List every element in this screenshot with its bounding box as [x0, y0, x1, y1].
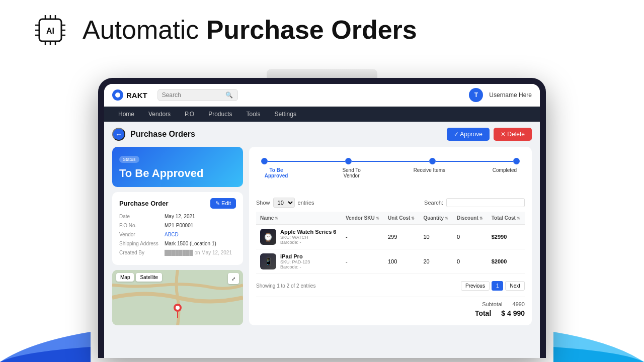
cell-unit-cost-2: 100 — [384, 249, 419, 274]
step-label-3: Receive Items — [412, 167, 447, 178]
po-card-title: Purchase Order — [119, 200, 169, 207]
cell-vendor-sku-2: - — [342, 249, 384, 274]
hero-title: Automatic Purchase Orders — [83, 16, 417, 44]
map-expand-button[interactable]: ⤢ — [228, 273, 239, 284]
map-tab-map[interactable]: Map — [116, 273, 134, 282]
showing-text: Showing 1 to 2 of 2 entries — [256, 283, 315, 289]
user-name: Username Here — [489, 92, 532, 99]
stylus-pencil — [267, 69, 377, 78]
po-field-vendor: Vendor ABCD — [119, 232, 236, 237]
cell-unit-cost-1: 299 — [384, 225, 419, 249]
col-quantity: Quantity⇅ — [419, 212, 453, 225]
menu-products[interactable]: Products — [202, 107, 238, 122]
map-background: Map Satellite ⤢ — [112, 270, 243, 325]
map-tabs: Map Satellite — [116, 273, 162, 282]
menu-home[interactable]: Home — [112, 107, 140, 122]
product-sku-2: SKU: PAD-123 — [280, 259, 310, 264]
menu-po[interactable]: P.O — [179, 107, 200, 122]
po-field-shipping: Shipping Address Mark 1500 (Location 1) — [119, 241, 236, 246]
next-button[interactable]: Next — [505, 281, 525, 291]
page-header-left: ← Purchase Orders — [112, 128, 195, 141]
svg-text:AI: AI — [46, 27, 54, 35]
table-search-input[interactable] — [446, 198, 525, 207]
totals-section: Subtotal 4990 Total $ 4 990 — [256, 297, 525, 317]
deco-right — [553, 302, 644, 362]
col-total-cost: Total Cost⇅ — [488, 212, 525, 225]
map-tab-satellite[interactable]: Satellite — [136, 273, 162, 282]
main-content: Status To Be Approved Purchase Order ✎ E… — [112, 147, 532, 325]
hero-section: AI Automatic Purchase Orders — [0, 0, 644, 55]
right-panel: To Be Approved Send To Vendor Receive It… — [249, 147, 532, 325]
logo-icon — [112, 89, 123, 101]
step-line-1 — [268, 161, 345, 162]
user-avatar: T — [469, 88, 483, 102]
po-field-number: P.O No. M21-P00001 — [119, 223, 236, 228]
deco-left — [0, 302, 91, 362]
tablet-wrapper: RAKT 🔍 T Username Here Home Vendors P.O … — [98, 78, 546, 362]
step-dot-4 — [513, 158, 520, 164]
step-line-2 — [352, 161, 429, 162]
header-actions: ✓ Approve ✕ Delete — [447, 128, 532, 141]
product-barcode-1: Barcode: - — [280, 240, 336, 245]
product-thumb-ipad: 📱 — [260, 253, 276, 269]
po-card-header: Purchase Order ✎ Edit — [119, 198, 236, 209]
logo-text: RAKT — [126, 91, 147, 100]
search-input[interactable] — [162, 92, 222, 99]
progress-section: To Be Approved Send To Vendor Receive It… — [256, 153, 525, 194]
tablet-screen: RAKT 🔍 T Username Here Home Vendors P.O … — [104, 84, 540, 358]
approve-button[interactable]: ✓ Approve — [447, 128, 490, 141]
step-label-4: Completed — [490, 167, 520, 178]
status-title: To Be Approved — [119, 167, 236, 180]
total-row: Total $ 4 990 — [256, 309, 525, 317]
prev-button[interactable]: Previous — [461, 281, 490, 291]
step-dot-1 — [261, 158, 268, 164]
po-card: Purchase Order ✎ Edit Date May 12, 2021 … — [112, 192, 243, 265]
menu-tools[interactable]: Tools — [240, 107, 267, 122]
product-name-1: Apple Watch Series 6 — [280, 229, 336, 235]
search-bar[interactable]: 🔍 — [157, 89, 238, 101]
table-search: Search: — [424, 198, 525, 207]
page-header: ← Purchase Orders ✓ Approve ✕ Delete — [112, 128, 532, 141]
col-vendor-sku: Vendor SKU⇅ — [342, 212, 384, 225]
subtotal-value: 4990 — [513, 301, 525, 307]
product-thumb-watch: ⌚ — [260, 229, 276, 245]
total-label: Total — [475, 309, 491, 317]
status-card: Status To Be Approved — [112, 147, 243, 187]
status-badge: Status — [119, 156, 139, 163]
cell-discount-1: 0 — [453, 225, 488, 249]
tablet-frame: RAKT 🔍 T Username Here Home Vendors P.O … — [98, 78, 546, 358]
subtotal-label: Subtotal — [482, 301, 502, 307]
step-dot-3 — [429, 158, 436, 164]
step-line-3 — [436, 161, 513, 162]
po-field-created: Created By ████████ on May 12, 2021 — [119, 250, 236, 255]
menu-settings[interactable]: Settings — [269, 107, 302, 122]
delete-button[interactable]: ✕ Delete — [494, 128, 532, 141]
entries-select[interactable]: 10 25 50 — [273, 198, 295, 208]
ai-logo-icon: AI — [30, 10, 70, 50]
table-footer: Showing 1 to 2 of 2 entries Previous 1 N… — [256, 278, 525, 291]
cell-total-2: $2000 — [488, 249, 525, 274]
cell-quantity-1: 10 — [419, 225, 453, 249]
table-row: ⌚ Apple Watch Series 6 SKU: WATCH Barcod… — [256, 225, 525, 249]
back-button[interactable]: ← — [112, 128, 125, 141]
page-1-button[interactable]: 1 — [492, 281, 504, 291]
show-entries: Show 10 25 50 entries — [256, 198, 314, 208]
edit-button[interactable]: ✎ Edit — [210, 198, 236, 209]
cell-total-1: $2990 — [488, 225, 525, 249]
step-label-1: To Be Approved — [261, 167, 291, 178]
data-table: Name⇅ Vendor SKU⇅ Unit Cost⇅ Quantity⇅ D… — [256, 212, 525, 274]
left-panel: Status To Be Approved Purchase Order ✎ E… — [112, 147, 243, 325]
page-title: Purchase Orders — [130, 130, 195, 139]
step-dot-2 — [345, 158, 352, 164]
cell-product-1: ⌚ Apple Watch Series 6 SKU: WATCH Barcod… — [256, 225, 342, 249]
logo-area: RAKT — [112, 89, 147, 101]
menu-vendors[interactable]: Vendors — [142, 107, 177, 122]
col-unit-cost: Unit Cost⇅ — [384, 212, 419, 225]
po-field-date: Date May 12, 2021 — [119, 214, 236, 219]
svg-point-16 — [176, 306, 180, 310]
cell-vendor-sku-1: - — [342, 225, 384, 249]
subtotal-row: Subtotal 4990 — [256, 301, 525, 307]
product-barcode-2: Barcode: - — [280, 264, 310, 269]
top-nav: RAKT 🔍 T Username Here — [104, 84, 540, 107]
step-labels: To Be Approved Send To Vendor Receive It… — [261, 167, 520, 178]
